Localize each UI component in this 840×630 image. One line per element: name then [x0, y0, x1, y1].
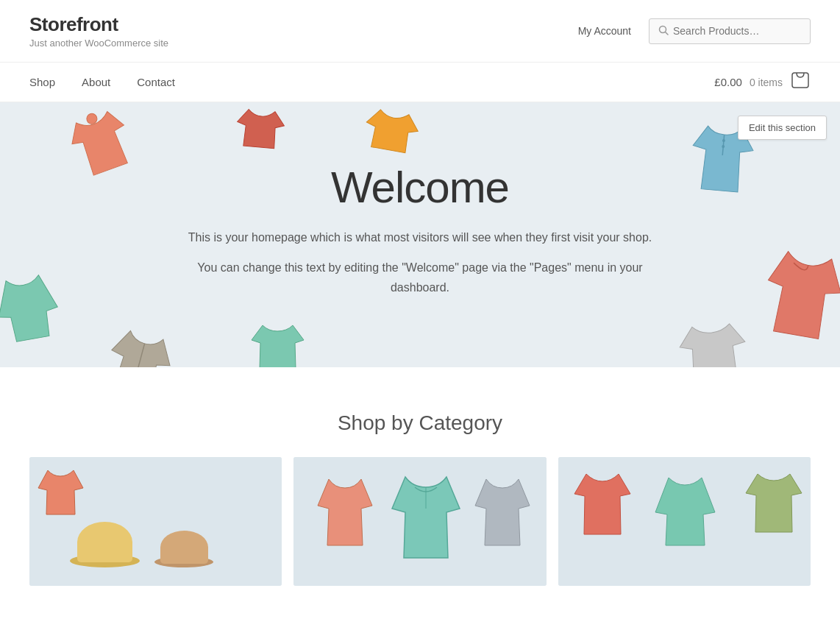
hero-line1: This is your homepage which is what most…	[177, 227, 663, 247]
site-header: Storefront Just another WooCommerce site…	[0, 0, 840, 63]
search-input[interactable]	[673, 25, 801, 37]
search-bar	[649, 18, 811, 44]
hero-section: Edit this section	[0, 102, 840, 367]
search-icon	[658, 25, 669, 38]
svg-rect-2	[792, 73, 808, 88]
clothing-item-1	[60, 102, 142, 187]
category-card-1[interactable]	[29, 457, 282, 586]
cart-area: £0.00 0 items	[714, 71, 811, 94]
clothing-item-8	[755, 239, 840, 347]
my-account-link[interactable]: My Account	[578, 25, 631, 37]
nav-link-shop[interactable]: Shop	[29, 63, 68, 102]
nav-link-about[interactable]: About	[68, 63, 124, 102]
site-nav: Shop About Contact £0.00 0 items	[0, 63, 840, 102]
site-branding: Storefront Just another WooCommerce site	[29, 13, 168, 49]
cart-items-text: 0 items	[750, 77, 783, 88]
category-grid	[29, 457, 811, 586]
edit-section-button[interactable]: Edit this section	[738, 116, 827, 140]
nav-link-contact[interactable]: Contact	[124, 63, 188, 102]
hero-line2: You can change this text by editing the …	[177, 258, 663, 297]
shop-section: Shop by Category	[0, 367, 840, 586]
svg-line-1	[666, 32, 669, 35]
category-card-2[interactable]	[293, 457, 546, 586]
clothing-item-5	[0, 266, 65, 350]
header-right: My Account	[578, 18, 811, 44]
hero-content: Welcome This is your homepage which is w…	[163, 132, 677, 338]
cart-total: £0.00	[714, 76, 742, 88]
cart-icon-wrap[interactable]	[790, 71, 811, 94]
cart-icon	[790, 71, 811, 91]
site-title: Storefront	[29, 13, 168, 36]
hero-title: Welcome	[177, 162, 663, 213]
clothing-item-7	[675, 316, 750, 367]
shop-section-title: Shop by Category	[29, 411, 811, 435]
site-tagline: Just another WooCommerce site	[29, 38, 168, 49]
category-card-3[interactable]	[558, 457, 811, 586]
nav-links: Shop About Contact	[29, 63, 188, 102]
